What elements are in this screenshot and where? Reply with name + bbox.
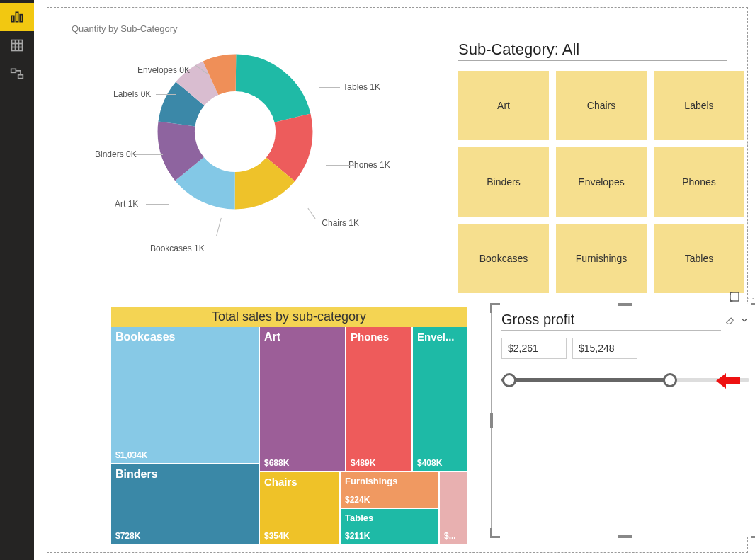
- slicer-item-art[interactable]: Art: [458, 71, 549, 140]
- gross-profit-visual[interactable]: ··· Gross profit: [491, 304, 755, 537]
- donut-label-chairs: Chairs 1K: [322, 218, 359, 228]
- more-options-icon[interactable]: ···: [747, 292, 755, 304]
- slicer-title: Sub-Category: All: [458, 40, 727, 61]
- slicer-item-phones[interactable]: Phones: [654, 147, 744, 217]
- slider-handle-min[interactable]: [502, 373, 516, 387]
- svg-rect-0: [12, 16, 14, 21]
- treemap-cell-envelopes[interactable]: Envel... $408K: [413, 327, 467, 471]
- slicer-item-binders[interactable]: Binders: [458, 147, 549, 217]
- treemap-visual[interactable]: Total sales by sub-category Bookcases $1…: [111, 307, 467, 544]
- svg-rect-3: [12, 40, 23, 51]
- svg-rect-20: [730, 292, 739, 301]
- donut-label-labels: Labels 0K: [113, 89, 151, 99]
- donut-title: Quantity by Sub-Category: [72, 23, 437, 34]
- report-canvas[interactable]: Quantity by Sub-Category Tables 1K: [47, 7, 748, 553]
- gross-profit-max-input[interactable]: [572, 338, 637, 359]
- svg-rect-9: [18, 75, 23, 79]
- donut-chart: [157, 54, 313, 210]
- treemap-cell-other[interactable]: $...: [440, 472, 467, 544]
- donut-label-binders: Binders 0K: [95, 149, 130, 159]
- treemap-cell-phones[interactable]: Phones $489K: [346, 327, 411, 471]
- red-arrow-annotation: [716, 373, 740, 389]
- subcategory-slicer[interactable]: Sub-Category: All Art Chairs Labels Bind…: [458, 40, 755, 293]
- gross-profit-title: Gross profit: [501, 312, 721, 331]
- svg-rect-1: [16, 12, 18, 21]
- treemap-cell-chairs[interactable]: Chairs $354K: [260, 472, 339, 544]
- treemap-cell-bookcases[interactable]: Bookcases $1,034K: [111, 327, 259, 463]
- eraser-icon[interactable]: [725, 315, 735, 328]
- donut-visual[interactable]: Quantity by Sub-Category Tables 1K: [69, 23, 437, 280]
- donut-label-bookcases: Bookcases 1K: [150, 244, 205, 253]
- left-navbar: [0, 0, 34, 560]
- treemap-title: Total sales by sub-category: [111, 307, 467, 327]
- slicer-item-labels[interactable]: Labels: [654, 71, 744, 140]
- svg-rect-8: [11, 69, 16, 72]
- donut-label-phones: Phones 1K: [348, 160, 391, 170]
- donut-label-envelopes: Envelopes 0K: [137, 65, 190, 75]
- gross-profit-min-input[interactable]: [501, 338, 567, 359]
- focus-mode-icon[interactable]: [729, 291, 740, 305]
- model-view-tab[interactable]: [0, 59, 34, 88]
- treemap-cell-furnishings[interactable]: Furnishings $224K: [341, 472, 438, 508]
- gross-profit-slider[interactable]: [501, 373, 749, 387]
- svg-marker-21: [716, 373, 740, 389]
- treemap-cell-binders[interactable]: Binders $728K: [111, 464, 259, 544]
- slicer-item-envelopes[interactable]: Envelopes: [556, 147, 647, 217]
- donut-label-tables: Tables 1K: [343, 82, 380, 92]
- slider-handle-max[interactable]: [663, 373, 677, 387]
- slicer-item-tables[interactable]: Tables: [654, 224, 744, 293]
- svg-rect-2: [20, 15, 22, 22]
- report-view-tab[interactable]: [0, 3, 34, 31]
- treemap-cell-art[interactable]: Art $688K: [260, 327, 345, 471]
- data-view-tab[interactable]: [0, 31, 34, 59]
- slicer-item-bookcases[interactable]: Bookcases: [458, 224, 549, 293]
- svg-point-19: [176, 73, 295, 191]
- treemap-cell-tables[interactable]: Tables $211K: [341, 509, 438, 544]
- donut-label-art: Art 1K: [115, 199, 138, 209]
- chevron-down-icon[interactable]: [739, 315, 749, 328]
- slicer-item-chairs[interactable]: Chairs: [556, 71, 647, 140]
- slicer-item-furnishings[interactable]: Furnishings: [556, 224, 647, 293]
